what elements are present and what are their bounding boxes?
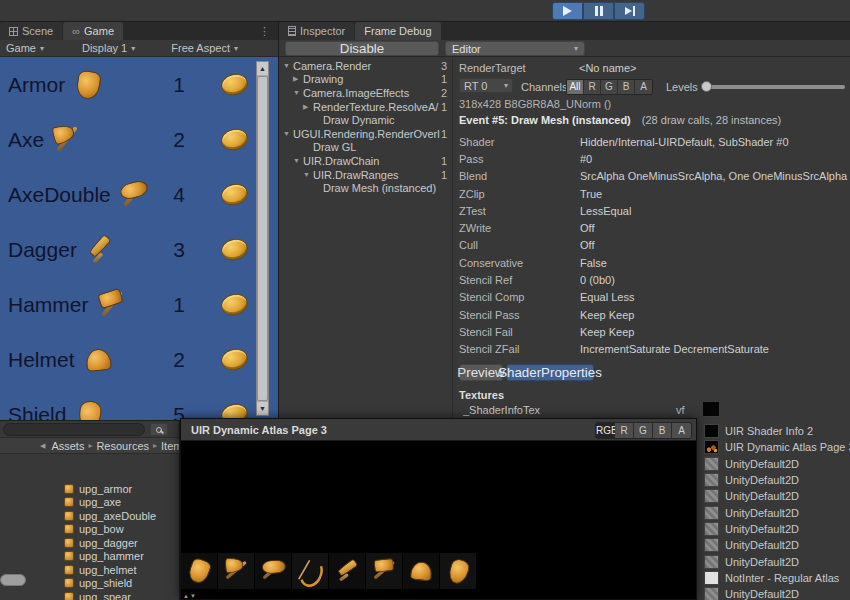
zoom-slider-thumb[interactable] bbox=[0, 574, 26, 586]
inventory-row[interactable]: Armor 1 bbox=[0, 57, 278, 112]
inventory-row[interactable]: Helmet 2 bbox=[0, 332, 278, 387]
inventory-row[interactable]: Hammer 1 bbox=[0, 277, 278, 332]
texture-list-item[interactable]: UnityDefault2D bbox=[701, 472, 850, 488]
texture-name: UnityDefault2D bbox=[725, 523, 799, 535]
tab-inspector[interactable]: Inspector bbox=[279, 22, 354, 40]
chevron-down-icon: ▾ bbox=[131, 44, 135, 53]
breadcrumb-item[interactable]: Items ▸ bbox=[161, 440, 179, 452]
texture-list-item[interactable]: UnityDefault2D bbox=[701, 537, 850, 553]
channel-button[interactable]: A bbox=[635, 80, 652, 94]
atlas-channel-button[interactable]: RGB bbox=[596, 423, 615, 438]
channel-button[interactable]: B bbox=[618, 80, 635, 94]
breadcrumb-label: Assets bbox=[51, 440, 84, 452]
search-button[interactable] bbox=[150, 423, 168, 436]
atlas-window-titlebar[interactable]: UIR Dynamic Atlas Page 3 RGB R G B A bbox=[181, 419, 696, 441]
asset-row[interactable]: upg_armor bbox=[0, 482, 179, 496]
coin-icon bbox=[219, 71, 250, 98]
inventory-row[interactable]: Axe 2 bbox=[0, 112, 278, 167]
editor-dropdown[interactable]: Editor ▾ bbox=[445, 41, 585, 56]
display-dropdown[interactable]: Display 1 ▾ bbox=[76, 40, 141, 57]
foldout-icon[interactable]: ▶ bbox=[293, 75, 303, 83]
disable-button[interactable]: Disable bbox=[285, 41, 439, 56]
property-value: Hidden/Internal-UIRDefault, SubShader #0 bbox=[580, 136, 850, 148]
channel-button[interactable]: R bbox=[584, 80, 601, 94]
asset-row[interactable]: upg_dagger bbox=[0, 536, 179, 550]
foldout-icon[interactable]: ▼ bbox=[303, 171, 313, 178]
frame-event-row[interactable]: ▼ Camera.ImageEffects 2 bbox=[279, 86, 452, 100]
tab-scene[interactable]: Scene bbox=[0, 22, 62, 40]
texture-list-item[interactable]: UIR Shader Info 2 bbox=[701, 423, 850, 439]
texture-list-item[interactable]: UIR Dynamic Atlas Page 3 bbox=[701, 439, 850, 455]
inventory-row[interactable]: Shield 5 bbox=[0, 387, 278, 420]
asset-row[interactable]: upg_shield bbox=[0, 577, 179, 591]
asset-row[interactable]: upg_bow bbox=[0, 523, 179, 537]
foldout-icon[interactable]: ▶ bbox=[303, 103, 313, 111]
frame-event-row[interactable]: Draw GL bbox=[279, 141, 452, 155]
texture-list-item[interactable]: UnityDefault2D bbox=[701, 488, 850, 504]
channel-button[interactable]: All bbox=[567, 80, 584, 94]
foldout-icon[interactable]: ▼ bbox=[293, 89, 303, 96]
game-scrollbar[interactable]: ▲ ▼ bbox=[256, 61, 269, 416]
texture-list-item[interactable]: UnityDefault2D bbox=[701, 521, 850, 537]
frame-event-row[interactable]: Draw Mesh (instanced) bbox=[279, 181, 452, 195]
asset-row[interactable]: upg_helmet bbox=[0, 563, 179, 577]
frame-event-row[interactable]: ▼ UIR.DrawRanges 1 bbox=[279, 168, 452, 182]
foldout-icon[interactable]: ▼ bbox=[283, 130, 293, 137]
kebab-menu-icon[interactable]: ⋮ bbox=[259, 25, 270, 38]
breadcrumb-item[interactable]: Resources ▸ bbox=[96, 440, 161, 452]
search-input[interactable] bbox=[3, 423, 145, 436]
scroll-up-icon[interactable]: ▲ bbox=[257, 62, 268, 75]
frame-event-row[interactable]: ▶ RenderTexture.ResolveA/ 1 bbox=[279, 100, 452, 114]
texture-list-item[interactable]: UnityDefault2D bbox=[701, 456, 850, 472]
breadcrumb-item[interactable]: Assets ▸ bbox=[51, 440, 96, 452]
game-mode-dropdown[interactable]: Game ▾ bbox=[0, 40, 50, 57]
item-icon bbox=[50, 123, 84, 157]
sprite-icon bbox=[219, 554, 253, 588]
property-value: SrcAlpha OneMinusSrcAlpha, One OneMinusS… bbox=[580, 170, 850, 182]
atlas-channel-button[interactable]: G bbox=[634, 423, 653, 438]
asset-row[interactable]: upg_hammer bbox=[0, 550, 179, 564]
asset-row[interactable]: upg_spear bbox=[0, 590, 179, 600]
atlas-channel-button[interactable]: R bbox=[615, 423, 634, 438]
property-row: Stencil Pass Keep Keep bbox=[454, 306, 850, 323]
frame-event-row[interactable]: Draw Dynamic bbox=[279, 113, 452, 127]
texture-name: UnityDefault2D bbox=[725, 507, 799, 519]
event-header: Event #5: Draw Mesh (instanced) (28 draw… bbox=[459, 114, 781, 126]
render-target-label: RenderTarget bbox=[459, 62, 526, 74]
atlas-channel-button[interactable]: A bbox=[672, 423, 691, 438]
frame-event-row[interactable]: ▼ UIR.DrawChain 1 bbox=[279, 154, 452, 168]
foldout-icon[interactable]: ▼ bbox=[283, 62, 293, 69]
channel-button[interactable]: G bbox=[601, 80, 618, 94]
frame-event-row[interactable]: ▼ UGUI.Rendering.RenderOverla 1 bbox=[279, 127, 452, 141]
play-button[interactable] bbox=[552, 2, 583, 20]
asset-row[interactable]: upg_axeDouble bbox=[0, 509, 179, 523]
rt-dropdown[interactable]: RT 0 ▾ bbox=[459, 78, 513, 93]
slider-thumb[interactable] bbox=[701, 81, 712, 92]
tab-game[interactable]: ∞ Game bbox=[63, 22, 123, 40]
texture-list-item[interactable]: UnityDefault2D bbox=[701, 553, 850, 569]
item-name: Armor bbox=[8, 73, 65, 97]
event-label: UIR.DrawRanges bbox=[313, 169, 440, 181]
foldout-icon[interactable]: ▼ bbox=[293, 157, 303, 164]
levels-slider[interactable] bbox=[702, 85, 845, 89]
asset-icon bbox=[64, 484, 74, 494]
atlas-channel-button[interactable]: B bbox=[653, 423, 672, 438]
atlas-sprite-thumbnail bbox=[366, 553, 403, 589]
event-count: 1 bbox=[440, 73, 452, 85]
step-button[interactable] bbox=[614, 2, 645, 20]
inventory-row[interactable]: Dagger 3 bbox=[0, 222, 278, 277]
texture-list-item[interactable]: NotInter - Regular Atlas bbox=[701, 570, 850, 586]
shader-properties-button[interactable]: ShaderProperties bbox=[506, 364, 594, 381]
aspect-dropdown[interactable]: Free Aspect ▾ bbox=[165, 40, 244, 57]
tab-frame-debug[interactable]: Frame Debug bbox=[355, 22, 440, 40]
texture-list-item[interactable]: UnityDefault2D bbox=[701, 586, 850, 600]
pause-button[interactable] bbox=[583, 2, 614, 20]
asset-row[interactable]: upg_axe bbox=[0, 496, 179, 510]
frame-event-row[interactable]: ▼ Camera.Render 3 bbox=[279, 59, 452, 73]
frame-event-row[interactable]: ▶ Drawing 1 bbox=[279, 73, 452, 87]
scrollbar-thumb[interactable] bbox=[257, 76, 268, 401]
preview-button[interactable]: Preview bbox=[459, 364, 503, 381]
texture-list-item[interactable]: UnityDefault2D bbox=[701, 504, 850, 520]
scroll-down-icon[interactable]: ▼ bbox=[257, 402, 268, 415]
inventory-row[interactable]: AxeDouble 4 bbox=[0, 167, 278, 222]
